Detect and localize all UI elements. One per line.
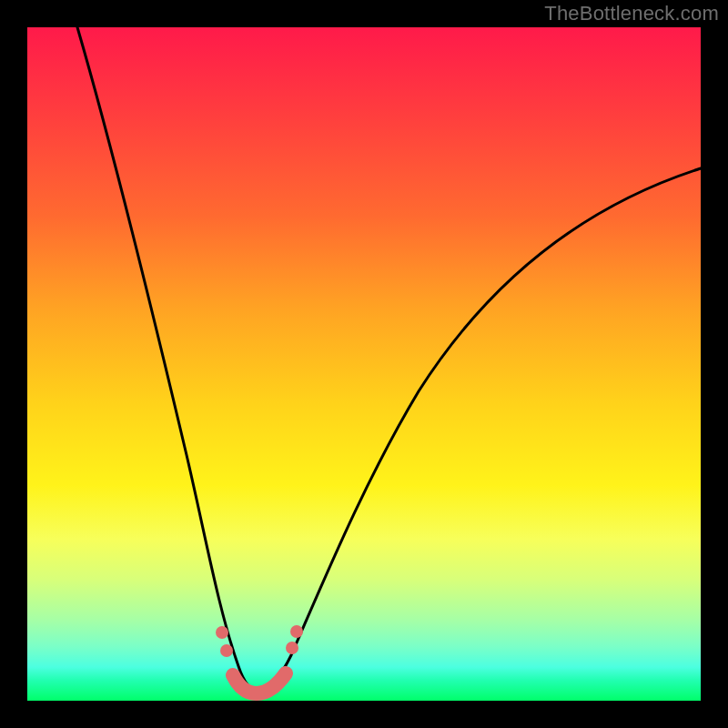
outer-frame: TheBottleneck.com <box>0 0 728 728</box>
bottleneck-curve <box>77 27 701 692</box>
marker-dot-left-upper <box>216 626 228 639</box>
curve-layer <box>27 27 701 701</box>
marker-dot-left-lower <box>220 644 233 657</box>
chart-area <box>27 27 701 701</box>
watermark-text: TheBottleneck.com <box>544 2 719 25</box>
marker-dot-right-upper <box>290 625 303 638</box>
marker-dot-right-lower <box>286 642 298 654</box>
minimum-accent-segment <box>233 673 286 693</box>
